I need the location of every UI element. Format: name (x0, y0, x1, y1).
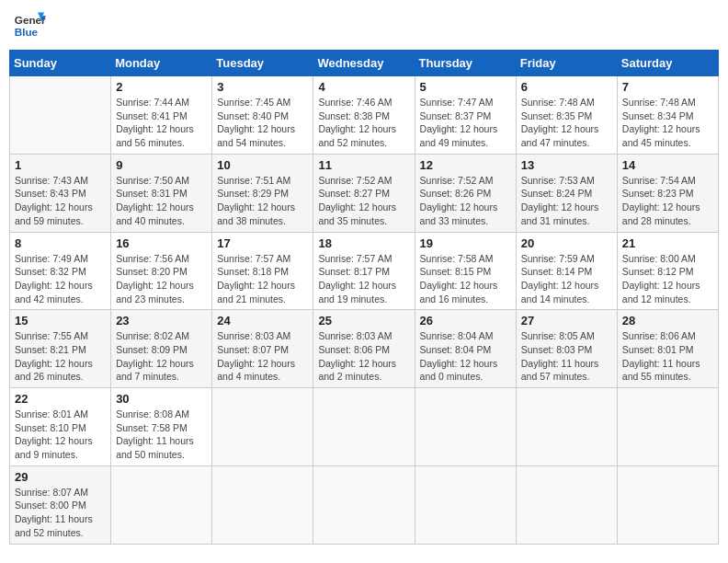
day-number: 11 (318, 158, 409, 172)
weekday-wednesday: Wednesday (313, 51, 415, 76)
calendar-table: SundayMondayTuesdayWednesdayThursdayFrid… (9, 50, 719, 545)
logo: General Blue (13, 9, 50, 42)
day-number: 13 (521, 158, 612, 172)
day-info: Sunrise: 7:46 AMSunset: 8:38 PMDaylight:… (318, 96, 409, 150)
calendar-cell (10, 76, 111, 155)
calendar-cell (516, 388, 617, 466)
calendar-cell (111, 465, 212, 544)
day-number: 29 (15, 470, 106, 484)
day-number: 18 (318, 236, 409, 250)
day-info: Sunrise: 7:55 AMSunset: 8:21 PMDaylight:… (15, 329, 106, 384)
day-number: 6 (521, 80, 612, 94)
calendar-cell: 10Sunrise: 7:51 AMSunset: 8:29 PMDayligh… (212, 154, 313, 232)
calendar-cell: 11Sunrise: 7:52 AMSunset: 8:27 PMDayligh… (313, 154, 415, 232)
calendar-cell: 14Sunrise: 7:54 AMSunset: 8:23 PMDayligh… (617, 154, 718, 232)
calendar-cell: 6Sunrise: 7:48 AMSunset: 8:35 PMDaylight… (516, 76, 617, 155)
svg-text:Blue: Blue (15, 26, 39, 38)
day-number: 23 (116, 314, 207, 327)
calendar-cell: 30Sunrise: 8:08 AMSunset: 7:58 PMDayligh… (111, 388, 212, 466)
day-number: 19 (420, 236, 511, 250)
day-number: 25 (318, 314, 409, 327)
calendar-cell: 20Sunrise: 7:59 AMSunset: 8:14 PMDayligh… (516, 232, 617, 310)
day-info: Sunrise: 7:54 AMSunset: 8:23 PMDaylight:… (622, 174, 713, 228)
calendar-row: 29Sunrise: 8:07 AMSunset: 8:00 PMDayligh… (10, 465, 719, 544)
day-info: Sunrise: 7:45 AMSunset: 8:40 PMDaylight:… (217, 96, 308, 150)
day-number: 14 (622, 158, 713, 172)
calendar-cell: 7Sunrise: 7:48 AMSunset: 8:34 PMDaylight… (617, 76, 718, 155)
day-number: 27 (521, 314, 612, 327)
calendar-cell: 12Sunrise: 7:52 AMSunset: 8:26 PMDayligh… (415, 154, 516, 232)
calendar-cell (617, 465, 718, 544)
weekday-sunday: Sunday (10, 51, 111, 76)
calendar-cell (415, 388, 516, 466)
day-number: 7 (622, 80, 713, 94)
day-number: 8 (15, 236, 106, 250)
calendar-cell (415, 465, 516, 544)
weekday-saturday: Saturday (617, 51, 718, 76)
calendar-row: 22Sunrise: 8:01 AMSunset: 8:10 PMDayligh… (10, 388, 719, 466)
weekday-monday: Monday (111, 51, 212, 76)
day-info: Sunrise: 7:44 AMSunset: 8:41 PMDaylight:… (116, 96, 207, 150)
day-number: 10 (217, 158, 308, 172)
day-info: Sunrise: 7:51 AMSunset: 8:29 PMDaylight:… (217, 174, 308, 228)
calendar-cell: 13Sunrise: 7:53 AMSunset: 8:24 PMDayligh… (516, 154, 617, 232)
day-number: 15 (15, 314, 106, 327)
day-info: Sunrise: 7:57 AMSunset: 8:17 PMDaylight:… (318, 252, 409, 306)
day-info: Sunrise: 8:04 AMSunset: 8:04 PMDaylight:… (420, 329, 511, 384)
calendar-body: 2Sunrise: 7:44 AMSunset: 8:41 PMDaylight… (10, 76, 719, 545)
day-info: Sunrise: 8:08 AMSunset: 7:58 PMDaylight:… (116, 408, 207, 462)
calendar-cell: 19Sunrise: 7:58 AMSunset: 8:15 PMDayligh… (415, 232, 516, 310)
day-info: Sunrise: 8:03 AMSunset: 8:06 PMDaylight:… (318, 329, 409, 384)
calendar-cell: 2Sunrise: 7:44 AMSunset: 8:41 PMDaylight… (111, 76, 212, 155)
day-number: 3 (217, 80, 308, 94)
calendar-cell: 29Sunrise: 8:07 AMSunset: 8:00 PMDayligh… (10, 465, 111, 544)
calendar-row: 15Sunrise: 7:55 AMSunset: 8:21 PMDayligh… (10, 310, 719, 388)
weekday-friday: Friday (516, 51, 617, 76)
page-header: General Blue (9, 9, 719, 42)
day-info: Sunrise: 7:43 AMSunset: 8:43 PMDaylight:… (15, 174, 106, 228)
day-number: 5 (420, 80, 511, 94)
calendar-cell: 18Sunrise: 7:57 AMSunset: 8:17 PMDayligh… (313, 232, 415, 310)
calendar-cell: 5Sunrise: 7:47 AMSunset: 8:37 PMDaylight… (415, 76, 516, 155)
calendar-cell: 22Sunrise: 8:01 AMSunset: 8:10 PMDayligh… (10, 388, 111, 466)
calendar-cell (313, 388, 415, 466)
calendar-row: 1Sunrise: 7:43 AMSunset: 8:43 PMDaylight… (10, 154, 719, 232)
day-info: Sunrise: 7:48 AMSunset: 8:34 PMDaylight:… (622, 96, 713, 150)
day-number: 28 (622, 314, 713, 327)
day-info: Sunrise: 8:02 AMSunset: 8:09 PMDaylight:… (116, 329, 207, 384)
calendar-cell: 15Sunrise: 7:55 AMSunset: 8:21 PMDayligh… (10, 310, 111, 388)
calendar-cell: 1Sunrise: 7:43 AMSunset: 8:43 PMDaylight… (10, 154, 111, 232)
calendar-cell: 23Sunrise: 8:02 AMSunset: 8:09 PMDayligh… (111, 310, 212, 388)
day-number: 12 (420, 158, 511, 172)
calendar-cell: 4Sunrise: 7:46 AMSunset: 8:38 PMDaylight… (313, 76, 415, 155)
day-info: Sunrise: 7:58 AMSunset: 8:15 PMDaylight:… (420, 252, 511, 306)
day-info: Sunrise: 7:48 AMSunset: 8:35 PMDaylight:… (521, 96, 612, 150)
calendar-cell: 21Sunrise: 8:00 AMSunset: 8:12 PMDayligh… (617, 232, 718, 310)
calendar-cell: 9Sunrise: 7:50 AMSunset: 8:31 PMDaylight… (111, 154, 212, 232)
calendar-cell: 28Sunrise: 8:06 AMSunset: 8:01 PMDayligh… (617, 310, 718, 388)
logo-icon: General Blue (13, 9, 46, 42)
day-info: Sunrise: 7:56 AMSunset: 8:20 PMDaylight:… (116, 252, 207, 306)
day-number: 4 (318, 80, 409, 94)
calendar-cell (212, 388, 313, 466)
calendar-cell: 26Sunrise: 8:04 AMSunset: 8:04 PMDayligh… (415, 310, 516, 388)
calendar-cell: 16Sunrise: 7:56 AMSunset: 8:20 PMDayligh… (111, 232, 212, 310)
day-info: Sunrise: 7:47 AMSunset: 8:37 PMDaylight:… (420, 96, 511, 150)
day-number: 30 (116, 392, 207, 406)
day-info: Sunrise: 8:01 AMSunset: 8:10 PMDaylight:… (15, 408, 106, 462)
day-info: Sunrise: 8:00 AMSunset: 8:12 PMDaylight:… (622, 252, 713, 306)
day-info: Sunrise: 7:57 AMSunset: 8:18 PMDaylight:… (217, 252, 308, 306)
calendar-cell: 27Sunrise: 8:05 AMSunset: 8:03 PMDayligh… (516, 310, 617, 388)
calendar-row: 8Sunrise: 7:49 AMSunset: 8:32 PMDaylight… (10, 232, 719, 310)
calendar-row: 2Sunrise: 7:44 AMSunset: 8:41 PMDaylight… (10, 76, 719, 155)
day-number: 16 (116, 236, 207, 250)
calendar-cell: 25Sunrise: 8:03 AMSunset: 8:06 PMDayligh… (313, 310, 415, 388)
day-number: 17 (217, 236, 308, 250)
day-info: Sunrise: 8:05 AMSunset: 8:03 PMDaylight:… (521, 329, 612, 384)
day-number: 9 (116, 158, 207, 172)
weekday-thursday: Thursday (415, 51, 516, 76)
day-number: 22 (15, 392, 106, 406)
calendar-cell (617, 388, 718, 466)
day-number: 20 (521, 236, 612, 250)
day-info: Sunrise: 7:52 AMSunset: 8:26 PMDaylight:… (420, 174, 511, 228)
